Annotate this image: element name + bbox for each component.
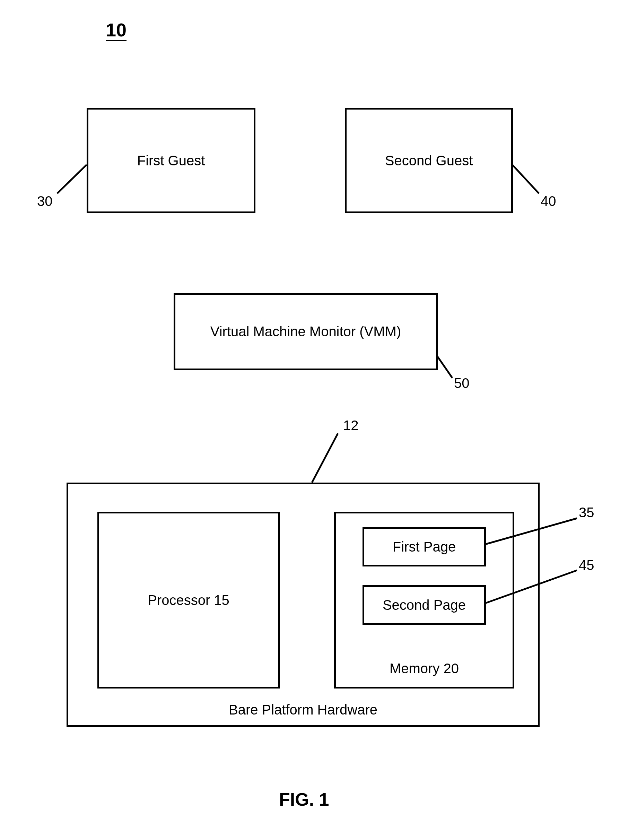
svg-line-1 [512,165,539,193]
vmm-label: Virtual Machine Monitor (VMM) [210,324,401,339]
svg-line-0 [57,165,87,193]
second-guest-label: Second Guest [385,153,473,169]
second-guest-box: Second Guest [345,108,513,213]
svg-line-2 [437,355,452,378]
svg-line-3 [312,433,338,483]
ref-40: 40 [541,193,556,209]
bare-platform-label: Bare Platform Hardware [229,702,377,718]
ref-35: 35 [579,505,594,520]
first-guest-label: First Guest [137,153,205,169]
first-guest-box: First Guest [87,108,255,213]
second-page-label: Second Page [383,597,466,613]
ref-50: 50 [454,376,470,391]
figure-number: 10 [106,19,126,41]
ref-45: 45 [579,557,594,573]
memory-label: Memory 20 [389,661,459,676]
first-page-label: First Page [393,539,456,555]
figure-caption: FIG. 1 [279,789,329,810]
second-page-box: Second Page [363,585,486,625]
diagram-canvas: 10 First Guest Second Guest Virtual Mach… [0,0,637,840]
vmm-box: Virtual Machine Monitor (VMM) [173,293,438,370]
first-page-box: First Page [363,527,486,567]
processor-label: Processor 15 [148,592,229,608]
processor-box: Processor 15 [98,512,280,688]
ref-12: 12 [343,418,359,433]
ref-30: 30 [37,193,53,209]
